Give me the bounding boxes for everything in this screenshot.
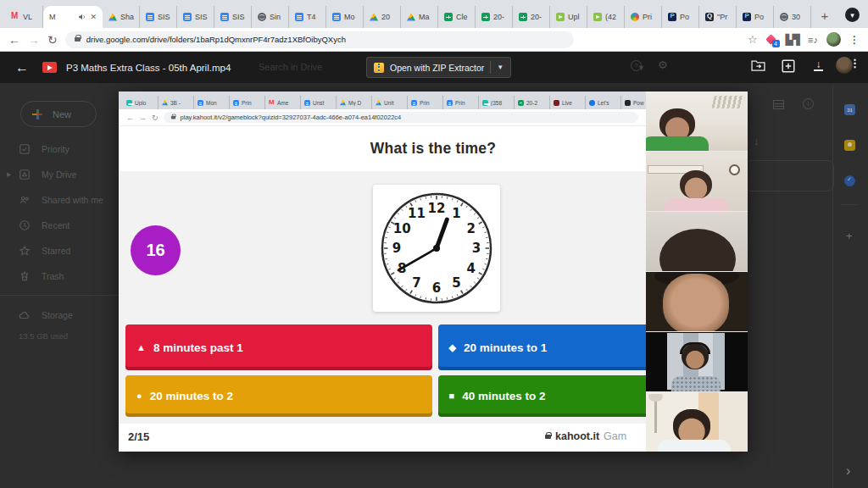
browser-tab[interactable]: VL [5,6,43,28]
sidebar-item-priority[interactable]: Priority [0,136,119,162]
drive-favicon-icon [376,100,381,106]
next-file-chevron-icon[interactable]: › [846,463,850,479]
bookmark-star-icon[interactable]: ☆ [748,33,758,46]
video-player[interactable]: Uplo3B -MonPrinAmeUnstMy DUnitPrinPrin(3… [119,92,748,452]
webcam-participant-1 [646,92,748,152]
video-inner-tab: Live [550,96,586,109]
new-tab-button[interactable]: + [815,5,835,25]
tab-close-icon[interactable]: ✕ [90,13,97,21]
browser-tab[interactable]: 20 [364,6,401,28]
sidebar-item-shared-with-me[interactable]: Shared with me [0,187,119,213]
sidebar-item-trash[interactable]: Trash [0,263,119,289]
keep-icon[interactable] [844,140,855,151]
toolbar-right: ☆ 4 ▙▜ ≡♪ ⋮ [748,32,860,47]
svg-text:7: 7 [412,275,420,291]
browser-tab[interactable]: Sha [103,6,140,28]
browser-tab[interactable]: SIS [214,6,252,28]
docs-favicon-icon [332,13,341,21]
answer-label: 20 minutes to 1 [464,341,547,354]
browser-tab[interactable]: Cle [438,6,476,28]
teal-favicon-icon [482,100,488,106]
ppt-favicon-icon [668,13,676,21]
browser-tab[interactable]: 20- [513,6,550,28]
close-preview-back-icon[interactable]: ← [15,60,29,75]
webcam-participant-6 [646,392,748,452]
browser-tab[interactable]: SIS [177,6,214,28]
docs-favicon-icon [198,100,203,106]
extension-icon[interactable]: 4 [766,34,777,45]
browser-tab[interactable]: 30 [774,6,811,28]
diamond-shape-icon: ◆ [449,343,456,352]
svg-text:3: 3 [472,241,481,256]
tab-audio-icon[interactable] [78,13,86,21]
more-options-icon[interactable]: ⋮ [849,57,860,69]
answer-label: 8 minutes past 1 [153,341,243,354]
sidebar-item-my-drive[interactable]: ▶My Drive [0,162,119,187]
profile-avatar[interactable] [826,32,841,47]
browser-tab[interactable]: SIS [140,6,177,28]
url-text: drive.google.com/drive/folders/1baRp1dQm… [86,35,346,44]
webcam-participant-4 [646,272,748,332]
browser-tab[interactable]: Upl [550,6,587,28]
footer-lock-icon [545,435,551,439]
clock-image: 123456789101112 [373,185,500,312]
browser-menu-icon[interactable]: ⋮ [849,34,860,46]
browser-tab[interactable]: (42 [587,6,625,28]
video-inner-tab: (358 [479,96,515,109]
recent-icon [19,219,31,231]
add-to-folder-icon[interactable] [751,59,765,72]
download-icon[interactable]: ↓ [812,58,825,72]
browser-tab[interactable]: 20- [476,6,513,28]
info-icon[interactable]: i [803,98,814,109]
answer-triangle[interactable]: ▲8 minutes past 1 [125,324,432,370]
tab-title: T4 [307,13,320,21]
answer-circle[interactable]: ●20 minutes to 2 [125,375,432,417]
sidebar-item-starred[interactable]: Starred [0,238,119,263]
tab-title: 20 [381,13,395,21]
browser-tab[interactable]: Pri [625,6,662,28]
cloud-icon [19,309,31,321]
side-panel-add-icon[interactable]: + [846,230,853,242]
open-with-button[interactable]: Open with ZIP Extractor ▼ [366,57,511,78]
drive-new-button[interactable]: New [20,101,97,127]
list-view-icon[interactable] [773,100,784,109]
video-inner-tab: Ame [265,96,301,109]
media-list-icon[interactable]: ≡♪ [808,35,818,45]
browser-tab[interactable]: Po [662,6,699,28]
calendar-icon[interactable]: 31 [844,104,855,115]
browser-tab[interactable]: Mo [326,6,364,28]
tab-title: Sin [270,13,283,21]
browser-tab-active[interactable]: M✕ [43,6,103,28]
reload-icon[interactable]: ↻ [47,34,58,46]
browser-tab[interactable]: Sin [252,6,289,28]
tasks-icon[interactable] [844,175,855,186]
browser-tab[interactable]: Ma [401,6,438,28]
globe-favicon-icon [258,13,266,21]
sort-arrow-icon[interactable]: ↓ [754,135,760,147]
open-with-caret-icon[interactable]: ▼ [497,64,504,71]
tab-search-icon[interactable]: ▾ [845,8,860,22]
video-inner-tab: Prin [408,96,443,109]
forward-icon[interactable]: → [28,34,40,46]
kahoot-footer-right: kahoot.it Gam [545,430,626,442]
file-title: P3 Maths Extra Class - 05th April.mp4 [66,63,231,73]
add-comment-icon[interactable] [782,59,795,73]
qdark-favicon-icon [705,13,714,21]
expand-arrow-icon[interactable]: ▶ [7,171,11,178]
sidebar-item-recent[interactable]: Recent [0,213,119,238]
extensions-puzzle-icon[interactable]: ▙▜ [786,34,799,46]
address-bar[interactable]: drive.google.com/drive/folders/1baRp1dQm… [65,31,574,48]
priority-icon [19,143,31,155]
browser-tab[interactable]: Po [737,6,774,28]
svg-text:12: 12 [428,201,446,216]
sidebar-item-label: My Drive [42,169,76,180]
back-icon[interactable]: ← [8,34,20,46]
sidebar-item-storage[interactable]: Storage [0,302,119,328]
settings-gear-icon[interactable]: ⚙ [658,58,668,71]
file-card-outline [744,160,834,191]
help-icon[interactable]: ? [631,60,642,71]
browser-window: VLM✕ShaSISSISSISSinT4Mo20MaCle20-20-Upl(… [0,0,868,488]
tab-title: Sha [120,13,134,21]
browser-tab[interactable]: T4 [289,6,326,28]
browser-tab[interactable]: "Pr [699,6,737,28]
